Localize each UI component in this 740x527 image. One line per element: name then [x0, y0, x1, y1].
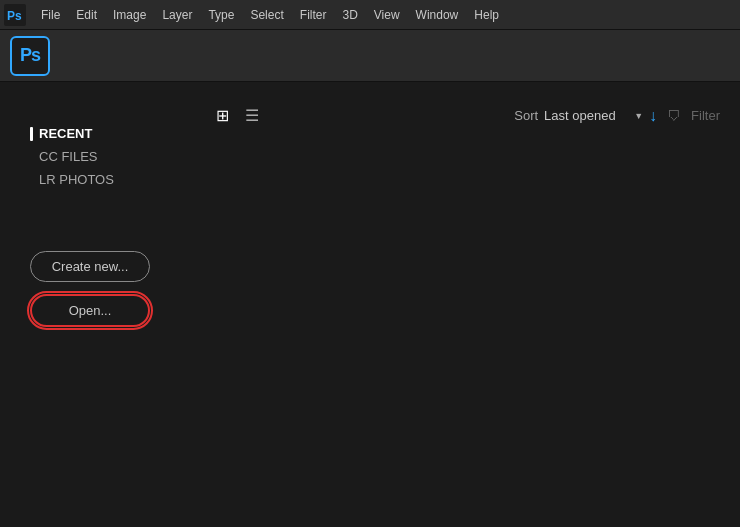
left-sidebar: RECENT CC FILES LR PHOTOS Create new... …: [0, 82, 180, 527]
right-content: ⊞ ☰ Sort Last opened Name Date modified …: [180, 82, 740, 527]
sidebar-item-cc-files[interactable]: CC FILES: [30, 145, 160, 168]
app-header: Ps: [0, 30, 740, 82]
grid-view-button[interactable]: ⊞: [210, 102, 235, 129]
button-area: Create new... Open...: [30, 251, 160, 327]
menu-select[interactable]: Select: [243, 5, 290, 25]
menu-filter[interactable]: Filter: [293, 5, 334, 25]
sort-label: Sort: [514, 108, 538, 123]
menu-edit[interactable]: Edit: [69, 5, 104, 25]
sidebar-item-recent[interactable]: RECENT: [30, 122, 160, 145]
sort-dropdown-wrapper: Last opened Name Date modified File size: [544, 108, 643, 123]
grid-icon: ⊞: [216, 107, 229, 124]
menu-items: File Edit Image Layer Type Select Filter…: [34, 5, 506, 25]
menu-3d[interactable]: 3D: [335, 5, 364, 25]
menu-layer[interactable]: Layer: [155, 5, 199, 25]
create-new-button[interactable]: Create new...: [30, 251, 150, 282]
menu-file[interactable]: File: [34, 5, 67, 25]
ps-small-logo: Ps: [4, 4, 26, 26]
menu-image[interactable]: Image: [106, 5, 153, 25]
sort-area: Sort Last opened Name Date modified File…: [514, 107, 657, 125]
list-view-button[interactable]: ☰: [239, 102, 265, 129]
filter-icon[interactable]: ⛉: [667, 108, 681, 124]
nav-section: RECENT CC FILES LR PHOTOS: [30, 122, 160, 191]
open-button[interactable]: Open...: [30, 294, 150, 327]
menu-help[interactable]: Help: [467, 5, 506, 25]
svg-text:Ps: Ps: [7, 9, 22, 23]
ps-logo: Ps: [10, 36, 50, 76]
view-toggle: ⊞ ☰: [210, 102, 265, 129]
sidebar-item-lr-photos[interactable]: LR PHOTOS: [30, 168, 160, 191]
main-content: RECENT CC FILES LR PHOTOS Create new... …: [0, 82, 740, 527]
list-icon: ☰: [245, 107, 259, 124]
sort-select[interactable]: Last opened Name Date modified File size: [544, 108, 643, 123]
menu-type[interactable]: Type: [201, 5, 241, 25]
content-toolbar: ⊞ ☰ Sort Last opened Name Date modified …: [190, 102, 720, 129]
menu-bar: Ps File Edit Image Layer Type Select Fil…: [0, 0, 740, 30]
sort-direction-button[interactable]: ↓: [649, 107, 657, 125]
ps-logo-text: Ps: [20, 45, 40, 66]
menu-view[interactable]: View: [367, 5, 407, 25]
filter-label: Filter: [691, 108, 720, 123]
menu-window[interactable]: Window: [409, 5, 466, 25]
